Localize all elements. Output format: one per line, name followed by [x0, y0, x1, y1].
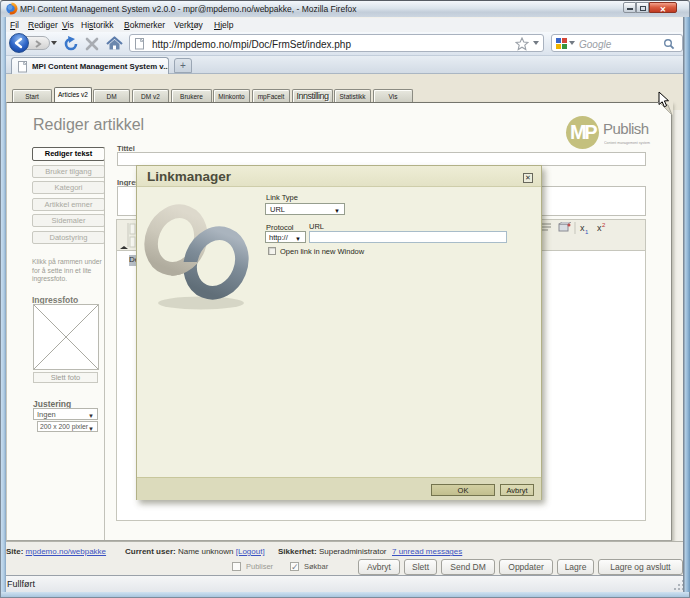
svg-text:1: 1	[585, 229, 589, 235]
svg-text:2: 2	[602, 222, 606, 228]
